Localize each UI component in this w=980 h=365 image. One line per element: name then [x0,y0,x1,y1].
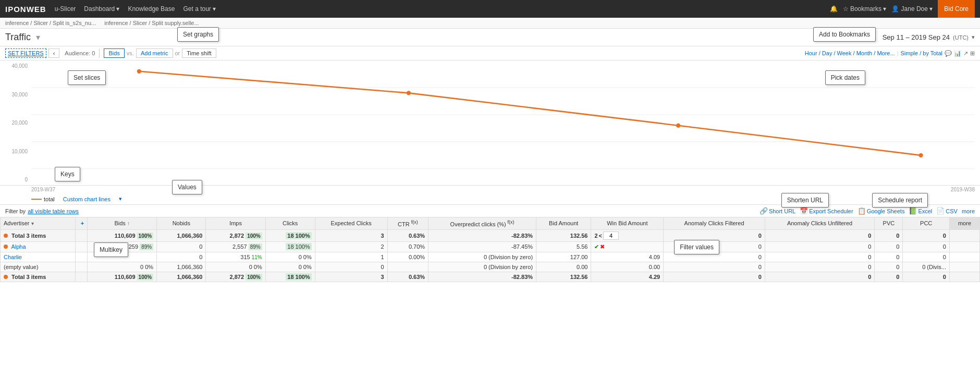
cell-expected-clicks: 2 [315,241,387,252]
cell-advertiser: Alpha [1,241,76,252]
svg-point-6 [676,124,680,128]
nav-get-a-tour[interactable]: Get a tour ▾ [183,5,216,13]
col-anomaly-filtered[interactable]: Anomaly Clicks Filtered [664,217,765,230]
chart-svg [31,60,975,185]
set-filters-btn[interactable]: SET FILTERS [5,48,46,58]
time-shift-btn[interactable]: Time shift [182,48,216,58]
cell-more [949,272,979,282]
breadcrumb-2[interactable]: inference / Slicer / Split supply.selle.… [104,20,199,26]
y-label-40k: 40,000 [1,63,28,69]
col-overpredict[interactable]: Overpredict clicks (%) f(x) [428,217,536,230]
collapse-sidebar-btn[interactable]: ‹ [48,48,60,58]
cell-overpredict: -82.83% [428,229,536,241]
y-label-30k: 30,000 [1,92,28,98]
cell-overpredict: 0 (Division by zero) [428,262,536,272]
cell-anomaly-unfiltered: 0 [765,262,874,272]
filter-all-rows-link[interactable]: all visible table rows [28,208,79,214]
cell-win-bid-amount: 4.29 [591,272,664,282]
cell-expected-clicks: 0 [315,262,387,272]
table-row: Alpha 98,259 89% 0 2,557 89% 18 100% 2 0… [1,241,980,252]
excel-btn[interactable]: 📗 Excel [909,207,932,215]
top-nav-right: 🔔 ☆ Bookmarks ▾ 👤 Jane Doe ▾ Bid Core [830,0,975,18]
cell-ctr: 0.63% [387,272,428,282]
or-label: or [175,50,180,56]
export-icon[interactable]: ↗ [963,50,968,57]
cell-win-bid-amount: 4.09 [591,252,664,262]
bid-core-button[interactable]: Bid Core [938,0,975,18]
cell-win-bid-amount: ✔ ✖ [591,241,664,252]
filter-by-label: Filter by [5,208,26,214]
breadcrumbs: inference / Slicer / Split is_s2s_nu... … [0,18,980,29]
advertiser-link[interactable]: Charlie [4,254,22,260]
nav-knowledge-base[interactable]: Knowledge Base [128,5,175,13]
cell-bid-amount: 132.56 [536,272,591,282]
col-bid-amount[interactable]: Bid Amount [536,217,591,230]
notification-bell[interactable]: 🔔 [830,5,838,13]
add-metric-btn[interactable]: Add metric [136,48,173,58]
col-expected-clicks[interactable]: Expected Clicks [315,217,387,230]
legend-total: total [31,196,55,202]
col-imps[interactable]: Imps [206,217,265,230]
breadcrumb-1[interactable]: inference / Slicer / Split is_s2s_nu... [5,20,96,26]
nav-dashboard[interactable]: Dashboard ▾ [84,5,119,13]
cell-clicks: 18 100% [265,229,315,241]
cell-ctr: 0.70% [387,241,428,252]
cell-pvc: 0 [875,229,903,241]
custom-chart-dropdown[interactable]: ▾ [119,196,122,202]
bookmarks-link[interactable]: ☆ Bookmarks ▾ [843,5,887,13]
col-more[interactable]: more [949,217,979,230]
col-clicks[interactable]: Clicks [265,217,315,230]
short-url-btn[interactable]: 🔗 Short URL [760,207,795,215]
user-menu[interactable]: 👤 Jane Doe ▾ [891,5,933,13]
cell-bids: 98,259 89% [88,241,157,252]
col-advertiser[interactable]: Advertiser ▾ [1,217,76,230]
cross-icon[interactable]: ✖ [600,244,605,250]
nav-u-slicer[interactable]: u-Slicer [55,5,76,13]
vs-label: vs. [127,50,134,56]
col-pvc[interactable]: PVC [875,217,903,230]
filter-input[interactable] [603,232,619,240]
y-label-20k: 20,000 [1,120,28,126]
logo: IPONWEB [5,5,46,14]
cell-clicks: 0 0% [265,252,315,262]
cell-nobids: 1,066,360 [157,229,206,241]
col-pcc[interactable]: PCC [903,217,950,230]
check-icon[interactable]: ✔ [594,244,599,250]
cell-win-bid-amount: 2 < [591,229,664,241]
cell-clicks: 18 100% [265,272,315,282]
total-bottom-label: Total 3 items [11,274,46,280]
comment-icon[interactable]: 💬 [945,50,952,57]
filter-val-display: 2 [594,233,597,239]
grid-icon[interactable]: ⊞ [970,50,975,57]
toolbar-right: Hour / Day / Week / Month / More... | Si… [805,50,975,57]
bids-metric-btn[interactable]: Bids [104,48,124,58]
custom-chart-lines-link[interactable]: Custom chart lines [63,196,111,202]
google-sheets-btn[interactable]: 📋 Google Sheets [858,207,905,215]
cell-bids [88,252,157,262]
cell-add [75,241,87,252]
export-scheduler-btn[interactable]: 📅 Export Scheduler [800,207,853,215]
table-header-row: Advertiser ▾ + Bids ↑ Nobids Imps Clicks… [1,217,980,230]
display-mode-link[interactable]: Simple / by Total [900,50,942,56]
col-add[interactable]: + [75,217,87,230]
cell-clicks: 0 0% [265,262,315,272]
traffic-dropdown[interactable]: ▾ [36,32,40,42]
date-range-dropdown[interactable]: ▾ [972,34,975,41]
col-ctr[interactable]: CTR f(x) [387,217,428,230]
cell-anomaly-unfiltered: 0 [765,229,874,241]
col-anomaly-unfiltered[interactable]: Anomaly Clicks Unfiltered [765,217,874,230]
row-indicator [4,234,8,238]
cell-expected-clicks: 1 [315,252,387,262]
export-buttons: 🔗 Short URL 📅 Export Scheduler 📋 Google … [760,207,975,215]
time-granularity-link[interactable]: Hour / Day / Week / Month / More... [805,50,895,56]
short-url-icon: 🔗 [760,207,768,215]
col-win-bid-amount[interactable]: Win Bid Amount [591,217,664,230]
csv-btn[interactable]: 📄 CSV [936,207,958,215]
bar-chart-icon[interactable]: 📊 [954,50,961,57]
col-nobids[interactable]: Nobids [157,217,206,230]
advertiser-link[interactable]: Alpha [11,244,26,250]
empty-value-label: (empty value) [4,264,39,270]
csv-icon: 📄 [936,207,945,215]
more-exports-btn[interactable]: more [962,208,975,214]
col-bids[interactable]: Bids ↑ [88,217,157,230]
